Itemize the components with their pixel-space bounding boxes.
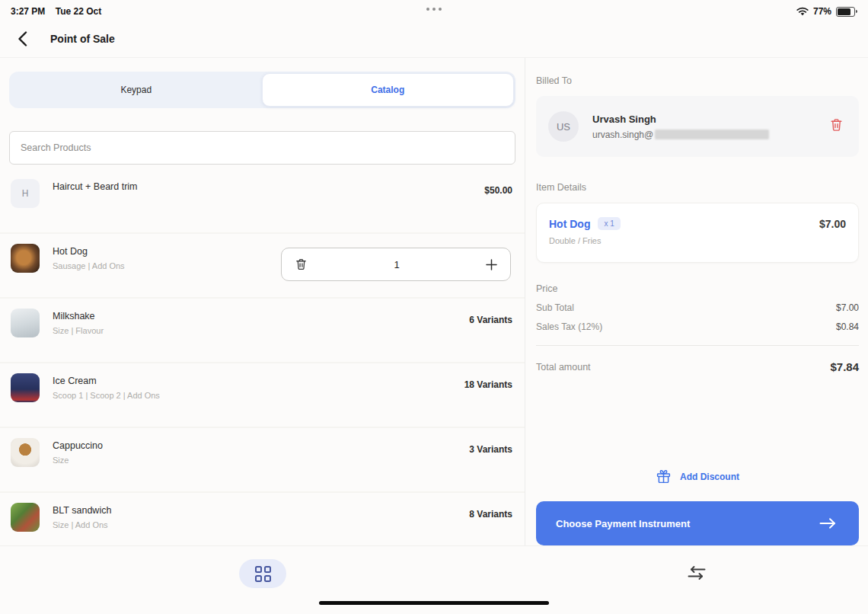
cart-item-price: $7.00 xyxy=(819,218,846,230)
remove-customer-button[interactable] xyxy=(829,117,844,136)
product-row-blt[interactable]: BLT sandwich Size | Add Ons 8 Variants xyxy=(0,493,525,545)
product-name: BLT sandwich xyxy=(53,505,111,516)
back-chevron-icon xyxy=(19,32,26,45)
trash-icon xyxy=(295,257,308,271)
product-row-haircut[interactable]: H Haircut + Beard trim $50.00 xyxy=(0,169,525,234)
subtotal-label: Sub Total xyxy=(536,302,574,313)
choose-payment-button[interactable]: Choose Payment Instrument xyxy=(536,501,859,545)
product-list[interactable]: H Haircut + Beard trim $50.00 Hot Dog Sa… xyxy=(0,169,525,545)
page-title: Point of Sale xyxy=(50,33,115,45)
swap-panels-button[interactable] xyxy=(686,565,707,580)
cart-item-qty-badge: x 1 xyxy=(598,217,620,230)
product-name: Cappuccino xyxy=(53,440,103,451)
status-right: 77% xyxy=(796,6,857,17)
total-value: $7.84 xyxy=(830,360,859,373)
choose-payment-label: Choose Payment Instrument xyxy=(556,518,690,529)
total-label: Total amount xyxy=(536,362,591,373)
billed-to-label: Billed To xyxy=(536,75,859,86)
product-name: Milkshake xyxy=(53,311,104,321)
quantity-value: 1 xyxy=(394,259,399,270)
status-left: 3:27 PM Tue 22 Oct xyxy=(11,6,109,17)
main-content: Keypad Catalog H Haircut + Beard trim $5… xyxy=(0,58,868,545)
product-name: Hot Dog xyxy=(53,246,125,257)
cart-item-variant: Double / Fries xyxy=(549,236,846,245)
price-summary: Price Sub Total $7.00 Sales Tax (12%) $0… xyxy=(536,283,859,373)
battery-tip xyxy=(856,10,857,13)
grid-icon xyxy=(255,566,271,582)
tax-row: Sales Tax (12%) $0.84 xyxy=(536,321,859,332)
cart-panel: Billed To US Urvash Singh urvash.singh@ xyxy=(525,58,868,545)
product-thumbnail xyxy=(11,244,40,273)
product-variants: 8 Variants xyxy=(469,503,512,520)
product-subtitle: Size | Flavour xyxy=(53,326,104,335)
product-variants: 18 Variants xyxy=(464,373,512,390)
product-variants: 3 Variants xyxy=(469,438,512,455)
cart-item-card[interactable]: Hot Dog x 1 $7.00 Double / Fries xyxy=(536,203,859,263)
tax-label: Sales Tax (12%) xyxy=(536,321,602,332)
total-row: Total amount $7.84 xyxy=(536,360,859,373)
search-input[interactable] xyxy=(10,142,515,153)
product-subtitle: Size xyxy=(53,456,103,465)
subtotal-row: Sub Total $7.00 xyxy=(536,302,859,313)
status-date: Tue 22 Oct xyxy=(56,6,101,17)
quantity-stepper: 1 xyxy=(281,248,511,281)
battery-percent: 77% xyxy=(813,6,831,17)
nav-bar: Point of Sale xyxy=(0,20,868,58)
product-subtitle: Size | Add Ons xyxy=(53,520,111,529)
customer-avatar: US xyxy=(548,111,579,142)
product-row-hotdog[interactable]: Hot Dog Sausage | Add Ons 1 xyxy=(0,234,525,299)
pos-app: 3:27 PM Tue 22 Oct 77% xyxy=(0,0,868,614)
catalog-panel: Keypad Catalog H Haircut + Beard trim $5… xyxy=(0,58,525,545)
add-discount-button[interactable]: Add Discount xyxy=(536,468,859,484)
plus-icon xyxy=(486,259,497,270)
battery-icon xyxy=(836,7,855,17)
back-button[interactable] xyxy=(12,29,32,49)
product-row-icecream[interactable]: Ice Cream Scoop 1 | Scoop 2 | Add Ons 18… xyxy=(0,363,525,428)
product-price: $50.00 xyxy=(484,179,512,196)
product-thumbnail xyxy=(11,309,40,337)
subtotal-value: $7.00 xyxy=(836,302,859,313)
customer-card: US Urvash Singh urvash.singh@ xyxy=(536,96,859,157)
remove-item-button[interactable] xyxy=(295,257,308,271)
item-details-label: Item Details xyxy=(536,182,859,193)
price-label: Price xyxy=(536,283,859,294)
product-name: Haircut + Beard trim xyxy=(53,181,138,192)
status-bar: 3:27 PM Tue 22 Oct 77% xyxy=(0,0,868,20)
tab-keypad[interactable]: Keypad xyxy=(11,73,262,107)
cart-item-name: Hot Dog xyxy=(549,218,590,230)
product-thumbnail xyxy=(11,438,40,467)
home-indicator[interactable] xyxy=(319,601,549,605)
search-box xyxy=(9,131,515,165)
status-time: 3:27 PM xyxy=(11,6,45,17)
mode-tabbar: Keypad Catalog xyxy=(9,72,515,108)
customer-name: Urvash Singh xyxy=(592,114,769,125)
customer-email: urvash.singh@ xyxy=(592,130,769,140)
product-initial-avatar: H xyxy=(11,179,40,208)
tab-catalog[interactable]: Catalog xyxy=(262,73,515,107)
trash-icon xyxy=(829,117,844,133)
status-dots-icon xyxy=(426,8,442,11)
tax-value: $0.84 xyxy=(836,321,859,332)
product-row-cappuccino[interactable]: Cappuccino Size 3 Variants xyxy=(0,428,525,493)
wifi-icon xyxy=(796,7,809,16)
price-divider xyxy=(536,345,859,346)
swap-arrows-icon xyxy=(686,565,707,580)
add-discount-label: Add Discount xyxy=(680,472,739,482)
product-variants: 6 Variants xyxy=(469,309,512,325)
email-redacted-blur xyxy=(655,130,769,139)
product-row-milkshake[interactable]: Milkshake Size | Flavour 6 Variants xyxy=(0,299,525,363)
grid-view-button[interactable] xyxy=(239,559,286,588)
product-name: Ice Cream xyxy=(53,376,160,386)
gift-icon xyxy=(656,468,672,484)
product-subtitle: Sausage | Add Ons xyxy=(53,261,125,270)
product-thumbnail xyxy=(11,373,40,402)
increase-quantity-button[interactable] xyxy=(486,259,497,270)
arrow-right-icon xyxy=(819,517,836,529)
product-subtitle: Scoop 1 | Scoop 2 | Add Ons xyxy=(53,391,160,400)
product-thumbnail xyxy=(11,503,40,532)
